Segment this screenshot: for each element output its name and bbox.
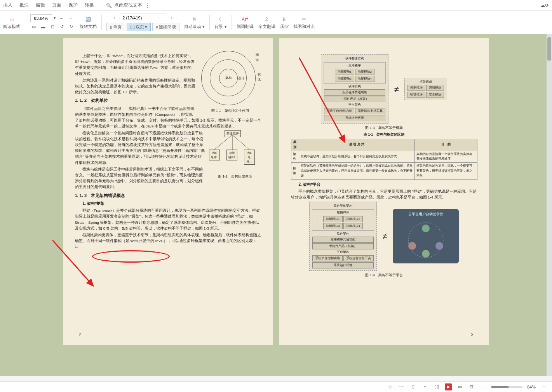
page-input[interactable]: [120, 14, 166, 22]
zoom-group: ▾ − ＋ ▭ ▬ ◻ ↺ ↻: [30, 14, 75, 31]
figure-1-2: 共通组件 功能组件1 功能组件2 功能组件…: [209, 130, 259, 173]
next-page-icon[interactable]: ›: [168, 14, 176, 22]
screenshot-compare-group[interactable]: ✂ 截图和对比: [293, 15, 315, 30]
search-area[interactable]: 🔍 点此查找文本 ⋮: [105, 2, 151, 9]
compress-icon[interactable]: ⇊: [280, 15, 288, 23]
screenshot-label: 截图和对比: [293, 24, 315, 30]
cloud-sync-icon[interactable]: ☁⟳: [540, 3, 549, 8]
view-continuous-icon[interactable]: ≡: [421, 383, 428, 390]
status-icon-1[interactable]: ◇: [387, 383, 394, 390]
sel-translate-label: 划词翻译: [237, 24, 254, 30]
body-text: 平台的概念类似框架，但又结合了架构的考量，它是更高层面上的 "框架"，更确切地说…: [291, 188, 477, 200]
vertical-scrollbar[interactable]: [547, 34, 552, 376]
menu-page[interactable]: 页面: [52, 2, 61, 9]
page-number: 2: [79, 332, 81, 338]
zoom-percent: 84%: [527, 385, 536, 389]
compress-group[interactable]: ⇊ 压缩: [280, 15, 289, 30]
auto-scroll-label: 自动滚动 ▾: [184, 24, 205, 30]
fit-width-icon[interactable]: ▬: [39, 23, 47, 31]
full-translate-icon[interactable]: 文: [263, 15, 271, 23]
fig3-caption: 图 1-3 架构不等于框架: [291, 125, 477, 131]
auto-scroll-icon[interactable]: ⇅: [191, 15, 199, 23]
toolbar: ▭ 阅读模式 ▾ − ＋ ▭ ▬ ◻ ↺ ↻ 🔄 旋转文档 ‹ › ▯ 单页 ▯…: [0, 11, 552, 34]
status-icon-2[interactable]: 〰: [398, 383, 405, 390]
page-left: 架构 设计 实现 测试 图 1-1 架构决定性作用 上能干什么"，即 "What…: [63, 38, 273, 345]
double-page-button[interactable]: ▯▯ 双页 ▾: [127, 23, 151, 31]
menu-convert[interactable]: 转换: [85, 2, 94, 9]
heading-1-1-3: 1. 1. 3 常见架构错误概念: [75, 192, 261, 199]
table-caption: 表 1-1 架构与框架的区别: [291, 132, 477, 137]
page-right: 软件整体架构 应用程序 功能模块1功能模块2 功能模块3功能模块4 软件架构 应…: [279, 38, 489, 345]
rotate-left-icon[interactable]: ↺: [58, 23, 66, 31]
background-icon[interactable]: ☾: [217, 15, 225, 23]
svg-line-0: [214, 135, 232, 150]
compress-label: 压缩: [280, 24, 289, 30]
search-placeholder: 点此查找文本: [114, 2, 142, 9]
view-single-icon[interactable]: ▯: [410, 383, 417, 390]
divider: [101, 15, 102, 30]
svg-point-7: [422, 250, 430, 258]
zoom-out-status-icon[interactable]: −: [480, 383, 487, 390]
single-page-button[interactable]: ▯ 单页: [106, 23, 125, 31]
zoom-slider[interactable]: [491, 386, 522, 388]
divider: [232, 15, 232, 30]
svg-point-6: [435, 242, 443, 250]
zoom-in-status-icon[interactable]: ＋: [540, 383, 547, 390]
fit-icon-1[interactable]: ▭: [456, 383, 463, 390]
menu-edit[interactable]: 编辑: [36, 2, 45, 9]
svg-point-5: [408, 242, 416, 250]
svg-line-2: [232, 135, 249, 150]
page-nav-group: ‹ › ▯ 单页 ▯▯ 双页 ▾ ≡ 连续阅读: [106, 14, 179, 31]
screenshot-icon[interactable]: ✂: [300, 15, 308, 23]
subheading-2: 2. 架构=平台: [291, 181, 477, 188]
more-icon[interactable]: ⋮: [144, 2, 151, 9]
actual-size-icon[interactable]: ◻: [49, 23, 56, 31]
reading-mode-group[interactable]: ▭ 阅读模式: [3, 15, 20, 30]
zoom-dropdown-icon[interactable]: ▾: [54, 16, 56, 21]
sel-translate-group[interactable]: A⇄ 划词翻译: [237, 15, 254, 30]
not-equal-icon: ≠: [394, 82, 399, 96]
rotate-label: 旋转文档: [80, 24, 97, 30]
zoom-out-icon[interactable]: −: [57, 14, 65, 22]
figure-1-1: 架构 设计 实现 测试: [199, 49, 258, 107]
reading-mode-icon[interactable]: ▭: [8, 15, 16, 23]
background-group[interactable]: ☾ 背景 ▾: [214, 15, 226, 30]
menu-insert[interactable]: 插入: [3, 2, 12, 9]
search-icon[interactable]: 🔍: [105, 2, 113, 9]
fit-icon-2[interactable]: ⊡: [468, 383, 475, 390]
table-1-1: 类别呈 现 形 式目 的 架构架构不是软件，是如何划分应用系统，各个部分如何交互…: [291, 139, 477, 180]
document-viewport[interactable]: 架构 设计 实现 测试 图 1-1 架构决定性作用 上能干什么"，即 "What…: [0, 34, 552, 376]
record-icon[interactable]: ▶: [445, 383, 452, 390]
figure-1-3: 软件整体架构 应用程序 功能模块1功能模块2 功能模块3功能模块4 软件架构 应…: [291, 54, 477, 124]
fit-page-icon[interactable]: ▭: [30, 23, 38, 31]
continuous-button[interactable]: ≡ 连续阅读: [152, 23, 179, 31]
zoom-input[interactable]: [30, 14, 52, 22]
menu-annotate[interactable]: 批注: [19, 2, 29, 9]
rotate-group[interactable]: 🔄 旋转文档: [80, 15, 97, 30]
not-equal-icon: ≠: [382, 229, 387, 243]
body-text: 框架（Framework）是整个或部分系统的可重用设计，表现为一系列组件或组件实…: [75, 207, 261, 231]
rotate-icon[interactable]: 🔄: [84, 15, 92, 23]
divider: [25, 15, 25, 30]
fig1-caption: 图 1-1 架构决定性作用: [199, 108, 261, 113]
page-number: 3: [471, 332, 474, 338]
svg-point-4: [422, 225, 430, 232]
translate-icon[interactable]: A⇄: [241, 15, 249, 23]
scrollbar-thumb[interactable]: [547, 37, 551, 61]
view-double-icon[interactable]: ▯▯: [433, 383, 440, 390]
statusbar: ◇ 〰 ▯ ≡ ▯▯ ▶ ▭ ⊡ − 84% ＋: [0, 381, 552, 392]
divider: [209, 15, 210, 30]
menu-protect[interactable]: 保护: [68, 2, 78, 9]
prev-page-icon[interactable]: ‹: [110, 14, 118, 22]
fig2-caption: 图 1-2 架构组成单位: [209, 174, 261, 179]
fig4-caption: 图 1-4 架构不等于平台: [291, 272, 477, 278]
figure-1-4: 软件整体架构 应用程序 功能模块1功能模块2 功能模块3功能模块4 软件架构 应…: [291, 202, 477, 271]
full-translate-group[interactable]: 文 全文翻译: [258, 15, 275, 30]
reading-mode-label: 阅读模式: [3, 24, 20, 30]
rotate-right-icon[interactable]: ↻: [67, 23, 75, 31]
subheading-1: 1. 架构=框架: [75, 200, 261, 207]
full-translate-label: 全文翻译: [258, 24, 275, 30]
body-text: 框架比架构更具体，更偏重于技术细节，是架构思想实现的具体表现。确定框架后，软件体…: [75, 232, 261, 250]
zoom-in-icon[interactable]: ＋: [67, 14, 75, 22]
auto-scroll-group[interactable]: ⇅ 自动滚动 ▾: [184, 15, 205, 30]
